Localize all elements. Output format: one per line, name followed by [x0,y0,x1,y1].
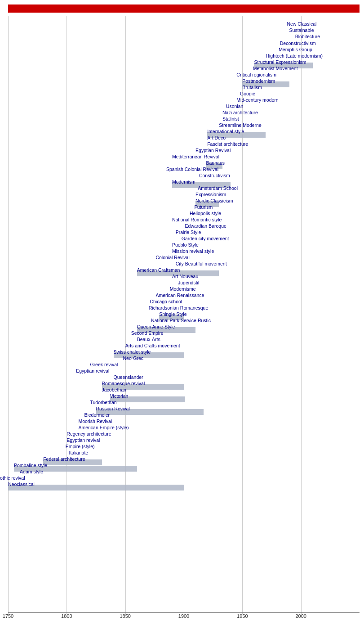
style-label-empire-style-: Empire (style) [66,443,95,450]
style-label-prairie-style: Prairie Style [176,229,201,235]
style-label-egyptian-revival: Egyptian revival [76,368,109,374]
style-label-metabolist-movement: Metabolist Movement [253,65,298,72]
style-label-expressionism: Expressionism [195,191,226,198]
style-label-edwardian-baroque: Edwardian Baroque [185,223,226,229]
style-label-blobitecture: Blobitecture [295,33,320,40]
style-label-futurism: Futurism [194,204,213,210]
grid-line-1750 [8,16,9,614]
grid-line-1850 [125,16,126,614]
style-label-pueblo-style: Pueblo Style [172,242,199,248]
style-label-mediterranean-revival: Mediterranean Revival [172,153,219,160]
style-label-structural-expressionism: Structural Expressionism [254,59,306,65]
style-label-national-romantic-style: National Romantic style [172,216,222,223]
chart-container: 175018001850190019502000New ClassicalSus… [0,0,364,621]
style-label-amsterdam-school: Amsterdam School [198,185,238,191]
style-label-queenslander: Queenslander [114,374,143,380]
style-label-critical-regionalism: Critical regionalism [236,72,276,78]
style-label-romanesque-revival: Romanesque revival [102,380,145,387]
style-label-american-renaissance: American Renaissance [155,292,204,298]
x-axis-label-2000: 2000 [295,613,306,619]
style-label-international-style: International style [207,128,244,135]
red-bar [8,4,360,13]
style-label-tudorbethan: Tudorbethan [90,399,116,405]
grid-line-1800 [67,16,67,614]
style-label-neo-grec: Neo-Grec [123,355,143,361]
style-label-mission-revival-style: Mission revival style [172,248,214,254]
style-label-heliopolis-style: Heliopolis style [190,210,221,216]
style-label-modernisme: Modernisme [170,286,196,292]
style-label-modernism: Modernism [172,179,195,185]
style-label-fascist-architecture: Fascist architecture [207,141,248,147]
style-label-new-classical: New Classical [287,21,316,27]
style-label-memphis-group: Memphis Group [279,46,312,53]
style-label-egyptian-revival: Egyptian revival [67,437,100,443]
style-label-garden-city-movement: Garden city movement [182,235,229,242]
style-label-googie: Googie [240,90,255,97]
x-axis-label-1800: 1800 [61,613,72,619]
style-label-victorian: Victorian [110,393,129,399]
style-label-american-empire-style-: American Empire (style) [78,424,129,431]
style-label-chicago-school: Chicago school [150,298,182,305]
style-label-colonial-revival: Colonial Revival [155,254,189,261]
style-label-pombaline-style: Pombaline style [14,462,47,468]
style-label-shingle-style: Shingle Style [159,311,186,317]
style-label-bauhaus: Bauhaus [206,160,225,166]
style-label-nordic-classicism: Nordic Classicism [195,198,233,204]
style-label-greek-revival: Greek revival [90,361,118,368]
style-label-russian-revival: Russian Revival [96,405,130,412]
style-label-swiss-chalet-style: Swiss chalet style [114,349,151,355]
style-label-brutalism: Brutalism [242,84,262,90]
style-label-biedermeier: Biedermeier [84,412,110,418]
style-label-jacobethan: Jacobethan [102,387,126,393]
style-label-art-nouveau: Art Nouveau [172,273,198,279]
style-label-hightech-late-modernism-: Hightech (Late modernism) [266,53,323,59]
style-label-mid-century-modern: Mid-century modern [236,97,278,103]
style-label-jugendstil: Jugendstil [178,279,199,286]
style-label-spanish-colonial-revival: Spanish Colonial Revival [166,166,218,172]
style-label-egyptian-revival: Egyptian Revival [195,147,231,153]
style-label-streamline-moderne: Streamline Moderne [219,122,262,128]
style-label-moorish-revival: Moorish Revival [78,418,112,424]
style-label-art-deco: Art Deco [207,135,226,141]
style-label-richardsonian-romanesque: Richardsonian Romanesque [149,305,209,311]
style-label-postmodernism: Postmodernism [242,78,275,84]
style-label-queen-anne-style: Queen Anne Style [137,324,175,330]
x-axis-label-1850: 1850 [120,613,130,619]
x-axis-label-1750: 1750 [3,613,13,619]
style-label-arts-and-crafts-movement: Arts and Crafts movement [125,342,180,349]
x-axis [8,612,360,613]
style-label-regency-architecture: Regency architecture [67,431,111,437]
style-label-second-empire: Second Empire [131,330,164,336]
style-label-sustainable: Sustainable [289,27,314,33]
style-label-city-beautiful-movement: City Beautiful movement [176,261,227,267]
style-label-gothic-revival: Gothic revival [0,475,25,481]
style-label-nazi-architecture: Nazi architecture [222,109,258,116]
style-label-national-park-service-rustic: National Park Service Rustic [151,317,211,324]
grid-line-2000 [301,16,302,614]
x-axis-label-1950: 1950 [237,613,248,619]
style-label-constructivism: Constructivism [199,172,230,179]
style-label-federal-architecture: Federal architecture [43,456,85,462]
style-label-american-craftsman: American Craftsman [137,267,180,273]
style-label-beaux-arts: Beaux-Arts [137,336,160,342]
style-label-neoclassical: Neoclassical [8,481,35,487]
style-label-usonian: Usonian [226,103,244,109]
style-label-deconstructivism: Deconstructivism [280,40,316,46]
x-axis-label-1900: 1900 [178,613,189,619]
style-label-adam-style: Adam style [20,468,43,475]
style-label-stalinist: Stalinist [222,116,239,122]
style-label-italianate: Italianate [69,450,89,456]
